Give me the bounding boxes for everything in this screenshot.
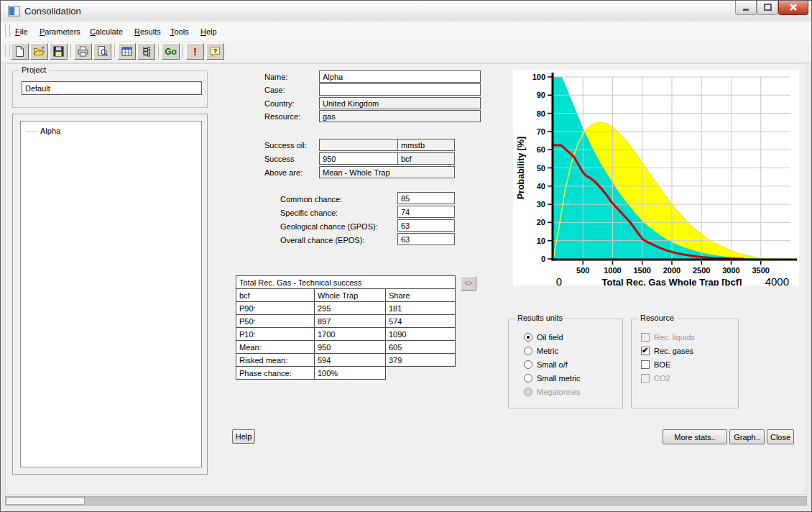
above-are-input[interactable] [319, 166, 455, 178]
radio-oil-field[interactable]: Oil field [524, 332, 563, 342]
minimize-button[interactable] [735, 1, 757, 15]
radio-icon [524, 388, 532, 396]
radio-icon [524, 347, 532, 355]
svg-text:4000: 4000 [765, 275, 789, 285]
table-view-button[interactable] [118, 43, 136, 60]
svg-text:40: 40 [537, 182, 545, 191]
stats-table-title: Total Rec. Gas - Technical success [236, 276, 456, 289]
svg-text:60: 60 [537, 145, 545, 154]
menu-file[interactable]: File [11, 26, 32, 37]
radio-small-of[interactable]: Small o/f [524, 359, 568, 370]
svg-text:30: 30 [537, 200, 545, 209]
overall-chance-input[interactable] [397, 233, 455, 245]
maximize-button[interactable] [757, 1, 778, 15]
overall-chance-label: Overall chance (EPOS): [280, 236, 364, 244]
radio-icon [524, 374, 532, 383]
table-grid-icon [121, 45, 133, 58]
close-dialog-button[interactable]: Close [767, 429, 794, 444]
menu-calculate[interactable]: Calculate [86, 26, 127, 37]
tree-item-alpha[interactable]: Alpha [27, 125, 60, 137]
above-are-label: Above are: [264, 168, 303, 177]
save-button[interactable] [50, 43, 68, 60]
graph-button[interactable]: Graph.. [729, 429, 765, 444]
country-input[interactable] [319, 97, 481, 109]
app-icon [8, 6, 20, 17]
print-preview-icon [96, 45, 109, 58]
resource-group-label: Resource [637, 314, 677, 322]
horizontal-scrollbar[interactable] [5, 496, 807, 506]
checkbox-boe[interactable]: BOE [641, 359, 670, 370]
new-button[interactable] [11, 43, 29, 60]
success-input[interactable] [319, 152, 398, 165]
radio-small-metric[interactable]: Small metric [524, 372, 581, 383]
calculate-alert-button[interactable]: ! [186, 43, 204, 60]
print-button[interactable] [74, 43, 92, 60]
success-oil-input[interactable] [319, 139, 398, 151]
consolidation-window: { "window": { "title": "Consolidation" }… [0, 0, 812, 512]
country-label: Country: [264, 99, 295, 108]
help-toolbar-button[interactable]: ? [206, 43, 224, 60]
specific-chance-input[interactable] [397, 206, 455, 218]
toolbar-gripper [5, 45, 10, 58]
go-button[interactable]: Go [162, 43, 180, 60]
project-input[interactable] [22, 81, 202, 95]
radio-metric[interactable]: Metric [524, 345, 558, 356]
table-row: P50: 897 574 [236, 315, 456, 328]
checkbox-rec-gases[interactable]: Rec. gases [641, 345, 693, 356]
project-tree: Alpha [20, 121, 202, 467]
probability-chart-svg: 0102030405060708090100500100015002000250… [513, 70, 799, 285]
svg-text:1500: 1500 [634, 266, 651, 275]
menu-tools[interactable]: Tools [166, 26, 193, 37]
menu-results[interactable]: Results [130, 26, 165, 37]
resource-label: Resource: [264, 112, 300, 121]
checkbox-icon [641, 347, 650, 355]
resource-groupbox: Resource Rec. liquids Rec. gases BOE CO2 [631, 319, 739, 408]
svg-text:2000: 2000 [663, 266, 680, 275]
table-row: Risked mean: 594 379 [236, 354, 456, 367]
toolbar-separator [183, 45, 185, 58]
resource-input[interactable] [319, 110, 481, 122]
name-input[interactable] [319, 70, 481, 83]
svg-text:500: 500 [576, 266, 589, 275]
table-row: Phase chance: 100% [236, 367, 456, 380]
tree-view-button[interactable] [137, 43, 155, 60]
menu-bar: File Parameters Calculate Results Tools … [1, 22, 811, 42]
stats-header-unit: bcf [236, 289, 315, 302]
save-floppy-icon [52, 45, 65, 58]
print-preview-button[interactable] [93, 43, 111, 60]
open-button[interactable] [30, 43, 48, 60]
success-unit: bcf [397, 152, 455, 165]
case-label: Case: [264, 86, 285, 94]
checkbox-icon [641, 333, 650, 342]
svg-text:20: 20 [537, 218, 545, 227]
specific-chance-label: Specific chance: [280, 209, 338, 217]
table-row: P10: 1700 1090 [236, 328, 456, 341]
radio-icon [524, 333, 532, 342]
toolbar-separator [158, 45, 161, 58]
menu-parameters[interactable]: Parameters [35, 26, 85, 37]
case-input[interactable] [319, 83, 481, 96]
menu-help[interactable]: Help [196, 26, 221, 37]
swap-units-button[interactable]: <> [461, 276, 476, 291]
checkbox-rec-liquids: Rec. liquids [641, 332, 695, 342]
go-icon: Go [165, 47, 177, 57]
success-oil-label: Success oil: [264, 141, 307, 150]
exclamation-icon: ! [193, 46, 197, 57]
radio-megatonnes: Megatonnes [524, 386, 581, 397]
project-group-label: Project [19, 65, 49, 74]
svg-text:70: 70 [537, 127, 545, 136]
new-document-icon [14, 45, 26, 58]
help-button[interactable]: Help [232, 429, 255, 444]
help-icon: ? [209, 45, 221, 58]
more-stats-button[interactable]: More stats.. [663, 429, 727, 444]
svg-text:3500: 3500 [752, 266, 770, 275]
close-icon [779, 1, 808, 14]
svg-text:0: 0 [556, 275, 562, 285]
toolbar-separator [114, 45, 117, 58]
name-label: Name: [264, 73, 287, 81]
stats-header-share: Share [386, 289, 456, 302]
geological-chance-input[interactable] [397, 219, 455, 232]
scrollbar-thumb[interactable] [6, 497, 85, 505]
common-chance-input[interactable] [397, 192, 455, 204]
close-button[interactable] [778, 1, 808, 15]
